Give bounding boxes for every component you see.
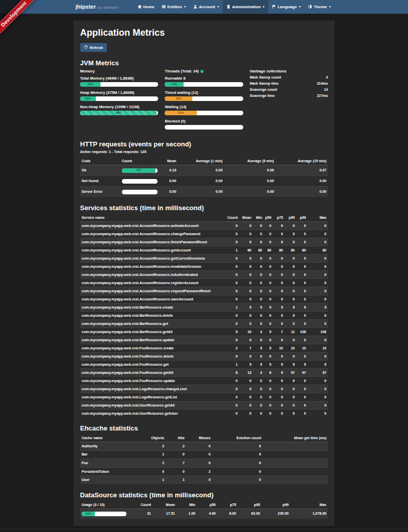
- value-cell: 5: [308, 303, 328, 312]
- value-cell: 5: [253, 303, 264, 312]
- value-cell: 0: [253, 393, 264, 401]
- table-row: 30%3117.511.004.008.0063.00235.001,078.0…: [80, 509, 328, 519]
- column-header: Mean get time (ms): [263, 434, 328, 442]
- nav-item-label: Home: [143, 5, 155, 9]
- value-cell: 0: [239, 238, 253, 246]
- value-cell: 7: [166, 459, 186, 468]
- value-cell: 0: [264, 295, 273, 303]
- value-cell: 0: [253, 295, 264, 303]
- value-cell: 0: [273, 352, 285, 361]
- value-cell: 0: [239, 312, 253, 320]
- value-cell: 0: [264, 377, 273, 385]
- value-cell: 0.00: [224, 187, 275, 197]
- http-requests-summary: Active requests: 1 - Total requests: 135: [80, 150, 328, 154]
- value-cell: 80: [239, 246, 253, 255]
- value-cell: 80: [285, 246, 296, 255]
- service-name-cell: com.mycompany.myapp.web.rest.AccountReso…: [80, 279, 221, 287]
- progress-label: 135: [136, 169, 141, 172]
- progress-fill: 26%: [80, 82, 100, 87]
- value-cell: 0: [221, 295, 239, 303]
- value-cell: 0: [273, 393, 285, 401]
- progress-label: 35%: [176, 97, 182, 100]
- service-name-cell: com.mycompany.myapp.web.rest.BarResource…: [80, 320, 221, 328]
- value-cell: 17.51: [152, 509, 176, 519]
- service-name-cell: com.mycompany.myapp.web.rest.AccountReso…: [80, 230, 221, 238]
- nav-item-entities[interactable]: Entities: [158, 0, 190, 13]
- value-cell: 0: [239, 336, 253, 344]
- nav-item-label: Administration: [232, 5, 261, 9]
- refresh-button[interactable]: Refresh: [80, 43, 107, 52]
- column-header: Mean: [159, 157, 177, 165]
- cache-name-cell: User: [80, 476, 143, 484]
- value-cell: 0: [264, 263, 273, 271]
- value-cell: 11: [285, 328, 296, 336]
- value-cell: 0: [253, 255, 264, 263]
- value-cell: 0: [273, 271, 285, 279]
- nav-item-language[interactable]: Language: [268, 0, 304, 13]
- value-cell: 0: [239, 401, 253, 410]
- jvm-gc-column: Garbage collections Mark Sweep count3Mar…: [250, 69, 328, 133]
- table-row: com.mycompany.myapp.web.rest.BarResource…: [80, 320, 328, 328]
- value-cell: 80: [253, 246, 264, 255]
- value-cell: 0: [253, 279, 264, 287]
- nav-item-account[interactable]: Account: [190, 0, 223, 13]
- column-header: Objects: [143, 434, 166, 442]
- value-cell: 0.00: [275, 187, 328, 197]
- value-cell: 0: [221, 385, 239, 393]
- value-cell: 0: [239, 271, 253, 279]
- refresh-icon: [84, 45, 88, 49]
- value-cell: 0: [296, 393, 308, 401]
- table-row: com.mycompany.myapp.web.rest.AccountReso…: [80, 238, 328, 246]
- brand-name: jhipster: [75, 4, 96, 10]
- value-cell: 9: [273, 369, 285, 377]
- gc-row: Scavenge count14: [250, 86, 328, 92]
- services-heading: Services statistics (time in millisecond…: [80, 204, 328, 212]
- nav-item-administration[interactable]: Administration: [223, 0, 268, 13]
- table-row: com.mycompany.myapp.web.rest.UserResourc…: [80, 401, 328, 410]
- column-header: p99: [262, 501, 290, 509]
- value-cell: 10: [308, 344, 328, 352]
- value-cell: 0: [239, 320, 253, 328]
- value-cell: [263, 459, 328, 468]
- value-cell: [263, 442, 328, 451]
- value-cell: 0: [273, 377, 285, 385]
- table-row: com.mycompany.myapp.web.rest.AccountReso…: [80, 279, 328, 287]
- value-cell: 0: [264, 401, 273, 410]
- value-cell: 4: [253, 369, 264, 377]
- gc-value: 14: [324, 87, 328, 92]
- nav-item-label: Theme: [314, 5, 327, 9]
- metric-label: Timed waiting (12): [165, 90, 243, 95]
- value-cell: 0: [221, 222, 239, 230]
- value-cell: 1: [221, 246, 239, 255]
- progress-bar: 35%: [165, 96, 243, 101]
- nav-menu: HomeEntitiesAccountAdministrationLanguag…: [134, 0, 335, 13]
- value-cell: 80: [308, 246, 328, 255]
- value-cell: 4.00: [197, 509, 217, 519]
- datasource-table: Usage (3 / 10)CountMeanMinp50p75p95p99Ma…: [80, 501, 328, 519]
- value-cell: 0: [239, 295, 253, 303]
- value-cell: 0: [186, 459, 212, 468]
- value-cell: 0: [296, 271, 308, 279]
- usage-bar: 30%: [82, 512, 126, 516]
- value-cell: 0: [253, 222, 264, 230]
- caret-down-icon: [329, 6, 331, 8]
- value-cell: 0: [273, 295, 285, 303]
- navbar: jhipster v0.1-SNAPSHOT HomeEntitiesAccou…: [0, 0, 408, 14]
- value-cell: 0: [264, 410, 273, 418]
- brand[interactable]: jhipster v0.1-SNAPSHOT: [73, 0, 121, 13]
- value-cell: 0: [264, 336, 273, 344]
- value-cell: 0.00: [178, 187, 224, 197]
- value-cell: 0: [308, 401, 328, 410]
- value-cell: 0: [264, 255, 273, 263]
- value-cell: 0: [308, 336, 328, 344]
- value-cell: 2: [143, 442, 166, 451]
- table-row: com.mycompany.myapp.web.rest.LogsResourc…: [80, 393, 328, 401]
- value-cell: 0: [273, 230, 285, 238]
- threads-heading: Threads (Total: 34): [165, 69, 243, 73]
- nav-item-home[interactable]: Home: [134, 0, 158, 13]
- value-cell: 0: [285, 410, 296, 418]
- value-cell: 7: [239, 344, 253, 352]
- nav-item-theme[interactable]: Theme: [304, 0, 335, 13]
- brand-version: v0.1-SNAPSHOT: [97, 6, 119, 9]
- value-cell: 0: [264, 320, 273, 328]
